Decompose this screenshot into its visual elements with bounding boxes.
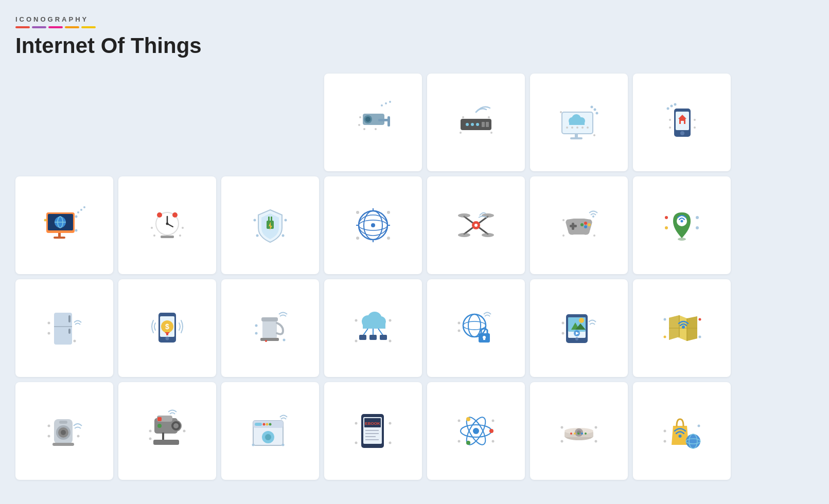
svg-point-227 xyxy=(355,422,358,425)
svg-point-21 xyxy=(490,132,492,134)
svg-point-218 xyxy=(282,444,285,446)
svg-point-254 xyxy=(561,440,563,443)
svg-point-178 xyxy=(562,322,565,325)
svg-point-234 xyxy=(473,428,479,434)
svg-point-117 xyxy=(562,235,565,237)
svg-rect-139 xyxy=(166,332,168,335)
svg-rect-59 xyxy=(54,237,65,239)
svg-point-262 xyxy=(698,425,700,427)
svg-point-130 xyxy=(48,322,50,325)
svg-point-108 xyxy=(474,224,478,227)
svg-point-241 xyxy=(492,440,495,443)
svg-point-125 xyxy=(678,238,686,241)
svg-point-235 xyxy=(489,429,493,433)
svg-point-238 xyxy=(458,420,461,422)
svg-point-2 xyxy=(389,101,391,103)
cloud-network-icon xyxy=(324,279,422,377)
svg-point-97 xyxy=(356,237,359,240)
svg-point-118 xyxy=(593,235,595,237)
svg-point-202 xyxy=(173,423,179,428)
svg-point-35 xyxy=(587,127,589,129)
page-title: Internet Of Things xyxy=(15,33,814,58)
svg-point-62 xyxy=(75,229,78,232)
svg-point-204 xyxy=(157,424,162,428)
smart-kettle-icon xyxy=(221,279,319,377)
svg-point-237 xyxy=(466,441,470,445)
security-camera-icon xyxy=(324,74,422,171)
svg-point-122 xyxy=(665,226,668,229)
icon-row-4: EBOOK xyxy=(15,382,814,480)
color-orange xyxy=(65,26,79,28)
monitor-globe-icon xyxy=(15,176,113,274)
svg-point-69 xyxy=(157,212,162,218)
shopping-wifi-icon xyxy=(633,382,731,480)
svg-point-40 xyxy=(667,107,669,110)
svg-point-137 xyxy=(166,337,169,340)
svg-rect-17 xyxy=(486,122,489,127)
svg-rect-150 xyxy=(363,321,385,329)
svg-point-157 xyxy=(355,319,358,322)
ebook-icon: EBOOK xyxy=(324,382,422,480)
svg-point-195 xyxy=(48,435,50,438)
svg-rect-110 xyxy=(572,223,574,230)
svg-point-23 xyxy=(594,109,596,111)
spacer xyxy=(221,74,319,171)
spacer xyxy=(15,74,113,171)
svg-point-74 xyxy=(151,227,153,229)
svg-point-48 xyxy=(680,131,684,135)
svg-point-247 xyxy=(570,433,572,435)
svg-point-49 xyxy=(669,119,671,121)
svg-point-144 xyxy=(255,325,258,327)
svg-point-257 xyxy=(686,434,700,448)
svg-point-132 xyxy=(74,340,76,343)
svg-point-162 xyxy=(468,314,481,337)
svg-point-22 xyxy=(591,106,593,109)
svg-point-260 xyxy=(664,430,666,433)
svg-point-52 xyxy=(694,127,696,129)
svg-point-185 xyxy=(664,336,666,338)
svg-rect-6 xyxy=(378,119,389,121)
svg-point-120 xyxy=(681,220,683,223)
svg-point-194 xyxy=(48,425,50,427)
svg-point-24 xyxy=(596,112,598,115)
svg-point-229 xyxy=(355,442,358,444)
svg-point-248 xyxy=(574,433,576,435)
svg-point-18 xyxy=(462,116,464,118)
icon-row-2 xyxy=(15,176,814,274)
atom-network-icon xyxy=(427,382,525,480)
svg-point-33 xyxy=(576,127,578,129)
svg-point-216 xyxy=(265,434,271,440)
svg-point-187 xyxy=(699,336,701,338)
svg-rect-192 xyxy=(59,421,67,424)
svg-rect-36 xyxy=(575,134,578,138)
router-icon xyxy=(427,74,525,171)
svg-point-103 xyxy=(458,213,470,218)
svg-point-76 xyxy=(153,235,155,237)
svg-point-10 xyxy=(363,128,365,130)
svg-point-160 xyxy=(389,340,392,343)
svg-rect-37 xyxy=(570,137,583,139)
svg-point-124 xyxy=(696,226,699,229)
svg-point-179 xyxy=(562,332,565,335)
svg-point-217 xyxy=(252,444,255,446)
svg-point-0 xyxy=(381,104,383,106)
svg-rect-154 xyxy=(359,335,366,340)
svg-rect-141 xyxy=(261,317,278,321)
svg-point-39 xyxy=(593,134,595,136)
icon-row-3: $ xyxy=(15,279,814,377)
brand-label: ICONOGRAPHY xyxy=(15,15,814,23)
browser-window-icon xyxy=(221,382,319,480)
svg-line-151 xyxy=(363,329,368,336)
svg-point-112 xyxy=(588,223,591,226)
svg-point-70 xyxy=(172,212,178,218)
svg-point-213 xyxy=(266,423,269,426)
svg-point-207 xyxy=(183,430,186,433)
svg-point-196 xyxy=(77,435,80,438)
smart-machine-icon xyxy=(118,382,216,480)
svg-rect-80 xyxy=(271,217,272,222)
svg-text:EBOOK: EBOOK xyxy=(365,421,380,426)
svg-point-51 xyxy=(669,127,671,129)
svg-point-159 xyxy=(355,340,358,343)
header: ICONOGRAPHY Internet Of Things xyxy=(15,15,814,58)
svg-point-106 xyxy=(482,233,494,237)
